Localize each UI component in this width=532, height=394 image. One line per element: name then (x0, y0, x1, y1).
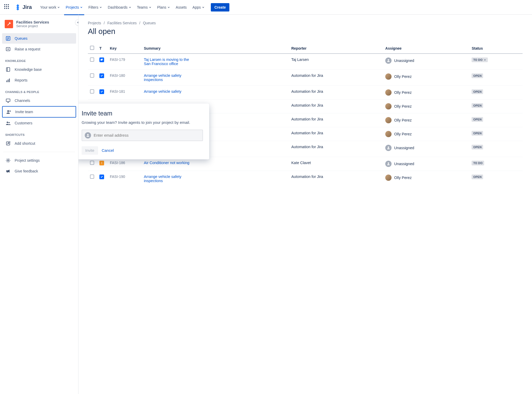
issue-assignee[interactable]: Olly Perez (385, 73, 467, 80)
sidebar-item-channels[interactable]: Channels (2, 95, 76, 106)
megaphone-icon (5, 168, 11, 174)
invite-email-input[interactable] (94, 133, 200, 137)
issue-key[interactable]: FASI-186 (110, 161, 125, 165)
nav-plans[interactable]: Plans (155, 4, 172, 11)
nav-apps[interactable]: Apps (190, 4, 207, 11)
row-checkbox[interactable] (90, 89, 94, 94)
sidebar-item-reports[interactable]: Reports (2, 75, 76, 85)
invite-team-dialog: Invite team Growing your team? Invite ag… (78, 103, 209, 159)
status-badge[interactable]: TO DO (472, 161, 484, 165)
status-badge[interactable]: OPEN (472, 175, 483, 179)
svg-rect-7 (7, 68, 10, 72)
issue-key[interactable]: FASI-179 (110, 57, 125, 62)
avatar (385, 89, 392, 96)
chevron-down-icon (99, 6, 102, 9)
issue-type-icon (99, 161, 104, 165)
invite-cancel-button[interactable]: Cancel (102, 148, 114, 153)
svg-point-18 (7, 122, 8, 123)
nav-dashboards[interactable]: Dashboards (106, 4, 133, 11)
customers-icon (5, 120, 11, 126)
col-t[interactable]: T (97, 43, 108, 54)
issue-summary[interactable]: Arrange vehicle safety (144, 89, 181, 94)
sidebar-item-customers[interactable]: Customers (2, 118, 76, 128)
row-checkbox[interactable] (90, 73, 94, 78)
sidebar-item-add-shortcut[interactable]: +Add shortcut (2, 138, 76, 149)
nav-your-work[interactable]: Your work (38, 4, 62, 11)
sidebar-item-label: Channels (15, 98, 30, 103)
col-key[interactable]: Key (108, 43, 142, 54)
sidebar-item-project-settings[interactable]: Project settings (2, 155, 76, 166)
sidebar-item-knowledge-base[interactable]: Knowledge base (2, 64, 76, 75)
col-reporter[interactable]: Reporter (289, 43, 383, 54)
create-button[interactable]: Create (211, 3, 230, 11)
project-header: Facilities Services Service project (2, 20, 76, 33)
issue-type-icon (99, 57, 104, 62)
avatar (385, 131, 392, 137)
nav-projects[interactable]: Projects (64, 4, 85, 11)
jira-logo[interactable]: Jira (15, 4, 32, 10)
issue-type-icon (99, 89, 104, 94)
issue-assignee[interactable]: Olly Perez (385, 103, 467, 109)
sidebar-section-channels-people: CHANNELS & PEOPLE (2, 86, 76, 95)
status-badge[interactable]: OPEN (472, 131, 483, 136)
breadcrumb-queues[interactable]: Queues (143, 21, 156, 25)
col-assignee[interactable]: Assignee (383, 43, 469, 54)
issue-reporter: Automation for Jira (291, 89, 323, 94)
gear-icon (5, 158, 11, 163)
issue-assignee[interactable]: Olly Perez (385, 175, 467, 181)
issue-assignee[interactable]: Unassigned (385, 145, 467, 151)
issue-key[interactable]: FASI-180 (110, 73, 125, 78)
book-icon (5, 67, 11, 72)
col-status[interactable]: Status (469, 43, 523, 54)
row-checkbox[interactable] (90, 57, 94, 62)
sidebar-item-raise-a-request[interactable]: Raise a request (2, 44, 76, 54)
svg-rect-11 (9, 79, 10, 82)
status-badge[interactable]: OPEN (472, 117, 483, 122)
issue-assignee[interactable]: Unassigned (385, 161, 467, 167)
issue-summary[interactable]: Arrange vehicle safety inspections (144, 73, 196, 82)
status-badge[interactable]: OPEN (472, 103, 483, 108)
app-switcher-icon[interactable] (4, 4, 10, 10)
issue-type-icon (99, 73, 104, 78)
select-all-checkbox[interactable] (90, 46, 94, 50)
table-row: FASI-179Taj Larsen is moving to the San … (88, 54, 523, 70)
invite-submit-button[interactable]: Invite (82, 146, 98, 155)
breadcrumb: Projects / Facilities Services / Queues (88, 21, 523, 25)
issue-summary[interactable]: Taj Larsen is moving to the San Francisc… (144, 57, 196, 66)
issue-assignee[interactable]: Olly Perez (385, 117, 467, 123)
nav-teams[interactable]: Teams (135, 4, 154, 11)
status-badge[interactable]: TO DO (472, 57, 488, 62)
invite-email-input-wrapper[interactable] (82, 130, 203, 141)
issue-assignee[interactable]: Olly Perez (385, 89, 467, 96)
project-type: Service project (16, 24, 49, 28)
sidebar-item-queues[interactable]: Queues (2, 33, 76, 44)
breadcrumb-project[interactable]: Facilities Services (107, 21, 137, 25)
status-badge[interactable]: OPEN (472, 73, 483, 78)
sidebar-item-label: Customers (15, 121, 32, 125)
issue-assignee[interactable]: Olly Perez (385, 131, 467, 137)
jira-mark-icon (15, 4, 21, 10)
issue-key[interactable]: FASI-181 (110, 89, 125, 94)
col-select[interactable] (88, 43, 97, 54)
breadcrumb-projects[interactable]: Projects (88, 21, 101, 25)
svg-rect-12 (6, 99, 10, 102)
col-summary[interactable]: Summary (142, 43, 289, 54)
sidebar-item-invite-team[interactable]: Invite team (2, 106, 76, 118)
sidebar-item-give-feedback[interactable]: Give feedback (2, 166, 76, 176)
issue-summary[interactable]: Air Conditioner not working (144, 161, 189, 165)
issue-assignee[interactable]: Unassigned (385, 57, 467, 64)
sidebar-item-label: Queues (15, 36, 27, 40)
reports-icon (5, 77, 11, 83)
row-checkbox[interactable] (90, 175, 94, 179)
avatar (385, 161, 392, 167)
row-checkbox[interactable] (90, 161, 94, 165)
svg-rect-9 (7, 80, 7, 82)
issue-key[interactable]: FASI-190 (110, 175, 125, 179)
status-badge[interactable]: OPEN (472, 145, 483, 149)
nav-filters[interactable]: Filters (86, 4, 104, 11)
issue-summary[interactable]: Arrange vehicle safety inspections (144, 175, 196, 183)
desktop-icon (5, 98, 11, 103)
status-badge[interactable]: OPEN (472, 89, 483, 94)
project-icon (5, 20, 13, 28)
nav-assets[interactable]: Assets (174, 4, 189, 11)
